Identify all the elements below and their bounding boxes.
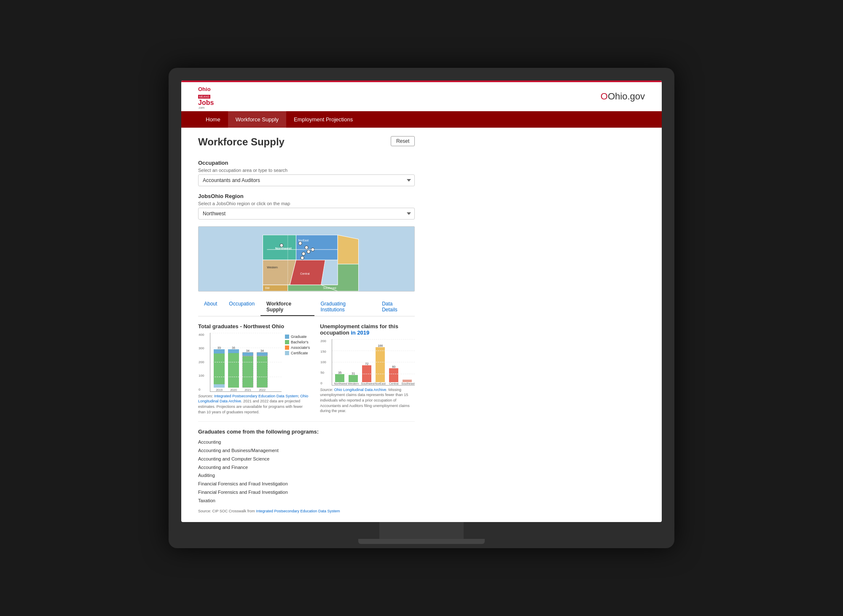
bar-certificate-2019 (214, 384, 225, 388)
unemp-y-200: 200 (320, 339, 326, 343)
logo-means: MEANS (198, 95, 210, 99)
unemp-bar-southeast: Southeast (401, 377, 413, 385)
tab-about[interactable]: About (198, 298, 223, 316)
bar-group-2022: 34 2022 (257, 349, 268, 391)
nav-item-workforce-supply[interactable]: Workforce Supply (228, 111, 286, 128)
legend-bachelors-label: Bachelor's (291, 340, 309, 344)
legend-certificate-label: Certificate (291, 351, 308, 355)
bar-graduate-2019 (214, 349, 225, 354)
unemp-title-year: in 2019 (351, 329, 369, 336)
nav-link-employment-projections[interactable]: Employment Projections (286, 111, 360, 128)
svg-text:Southeast: Southeast (323, 287, 336, 289)
svg-point-12 (302, 252, 305, 255)
program-taxation: Taxation (198, 497, 415, 505)
nav-link-home[interactable]: Home (198, 111, 228, 128)
unemp-bar-c (389, 368, 398, 382)
tabs: About Occupation Workforce Supply Gradua… (198, 298, 415, 316)
unemp-grid-50 (332, 374, 415, 374)
tab-workforce-supply[interactable]: Workforce Supply (260, 298, 314, 316)
legend-associates: Associate's (285, 345, 310, 350)
tab-occupation[interactable]: Occupation (223, 298, 260, 316)
bar-stack-2021 (242, 352, 253, 388)
unemp-bar-w (349, 375, 358, 382)
jobsohio-select[interactable]: Northwest Western Southwest NorEast Cent… (198, 208, 415, 220)
y-label-0: 0 (199, 388, 204, 391)
programs-title: Graduates come from the following progra… (198, 429, 415, 435)
grid-line-300 (210, 348, 282, 348)
ohio-map[interactable]: Northwest NorEast Western Central SW Sou… (199, 227, 414, 291)
svg-point-14 (301, 256, 304, 260)
unemployment-chart-section: Unemployment claims for this occupation … (320, 323, 415, 415)
programs-source: Source: CIP SOC Crosswalk from Integrate… (198, 509, 415, 514)
programs-section: Graduates come from the following progra… (198, 421, 415, 514)
unemp-label-central: Central (388, 382, 400, 385)
unemp-grid-200 (332, 339, 415, 340)
unemp-y-axis: 200 150 100 50 0 (320, 339, 326, 385)
graduates-chart-title: Total graduates - Northwest Ohio (198, 323, 310, 329)
graduates-legend: Graduate Bachelor's Associate's (285, 335, 310, 355)
legend-certificate-box (285, 351, 289, 355)
legend-bachelors-box (285, 340, 289, 344)
svg-point-10 (305, 246, 308, 249)
tab-graduating-institutions[interactable]: Graduating Institutions (314, 298, 376, 316)
unemp-grid-100 (332, 362, 415, 362)
grid-line-200 (210, 362, 282, 362)
bar-group-2019: 39 2019 (214, 346, 225, 391)
grid-line-400 (210, 333, 282, 333)
jobsohio-label: JobsOhio Region (198, 193, 415, 199)
nav-link-workforce-supply[interactable]: Workforce Supply (228, 111, 286, 128)
nav-item-home[interactable]: Home (198, 111, 228, 128)
olda-unemp-link[interactable]: Ohio Longitudinal Data Archive (334, 388, 387, 392)
monitor-base (358, 539, 485, 544)
svg-text:SW: SW (265, 287, 270, 289)
bar-label-34-2021: 34 (246, 349, 250, 352)
ipeds-link[interactable]: Integrated Postsecondary Education Data … (214, 394, 298, 398)
unemp-label-southeast: Southeast (401, 382, 413, 385)
unemp-val-southeast (407, 377, 408, 380)
bar-graduate-2021 (242, 352, 253, 356)
monitor: Ohio MEANS Jobs .com OOhio.gov Home (169, 68, 674, 548)
occupation-select[interactable]: Accountants and Auditors (198, 174, 415, 186)
graduates-bar-chart: 400 300 200 100 0 (210, 333, 282, 392)
bar-bachelors-2022 (257, 356, 268, 388)
bar-label-34-2022: 34 (260, 349, 264, 352)
y-axis: 400 300 200 100 0 (199, 333, 204, 391)
svg-text:Central: Central (300, 272, 310, 275)
unemp-val-noreast: 166 (378, 344, 383, 347)
program-accounting-business: Accounting and Business/Management (198, 447, 415, 455)
reset-button[interactable]: Reset (391, 136, 415, 146)
grid-line-100 (210, 377, 282, 377)
tab-data-details[interactable]: Data Details (376, 298, 415, 316)
legend-certificate: Certificate (285, 351, 310, 355)
unemp-bar-central: 60 Central (388, 365, 400, 385)
y-label-200: 200 (199, 360, 204, 364)
unemp-label-noreast: NorEast (374, 382, 386, 385)
svg-point-9 (298, 241, 302, 245)
jobsohio-sublabel: Select a JobsOhio region or click on the… (198, 201, 415, 206)
logo-jobs: Jobs (198, 99, 221, 106)
program-accounting: Accounting (198, 438, 415, 447)
main-content: Workforce Supply Reset Occupation Select… (181, 128, 662, 522)
occupation-label: Occupation (198, 160, 415, 166)
charts-row: Total graduates - Northwest Ohio 400 300… (198, 323, 415, 415)
y-label-400: 400 (199, 333, 204, 337)
unemp-y-100: 100 (320, 360, 326, 364)
map-container[interactable]: Northwest NorEast Western Central SW Sou… (198, 226, 415, 292)
logo-area: Ohio MEANS Jobs .com (198, 86, 221, 107)
bar-stack-2019 (214, 349, 225, 388)
bar-stack-2020 (228, 349, 239, 388)
ohio-o: O (601, 91, 608, 102)
nav-item-employment-projections[interactable]: Employment Projections (286, 111, 360, 128)
legend-associates-label: Associate's (291, 345, 310, 350)
logo-com: .com (198, 106, 221, 109)
bar-year-2019: 2019 (216, 388, 223, 391)
program-forensics-1: Financial Forensics and Fraud Investigat… (198, 480, 415, 488)
occupation-group: Occupation Select an occupation area or … (198, 160, 415, 186)
graduates-source: Sources: Integrated Postsecondary Educat… (198, 394, 310, 415)
y-label-300: 300 (199, 346, 204, 350)
svg-text:NorEast: NorEast (298, 238, 309, 241)
unemp-grid-150 (332, 351, 415, 351)
ipeds-programs-link[interactable]: Integrated Postsecondary Education Data … (256, 509, 340, 513)
unemp-label-northwest: Northwest (334, 382, 346, 385)
bar-stack-2022 (257, 352, 268, 388)
